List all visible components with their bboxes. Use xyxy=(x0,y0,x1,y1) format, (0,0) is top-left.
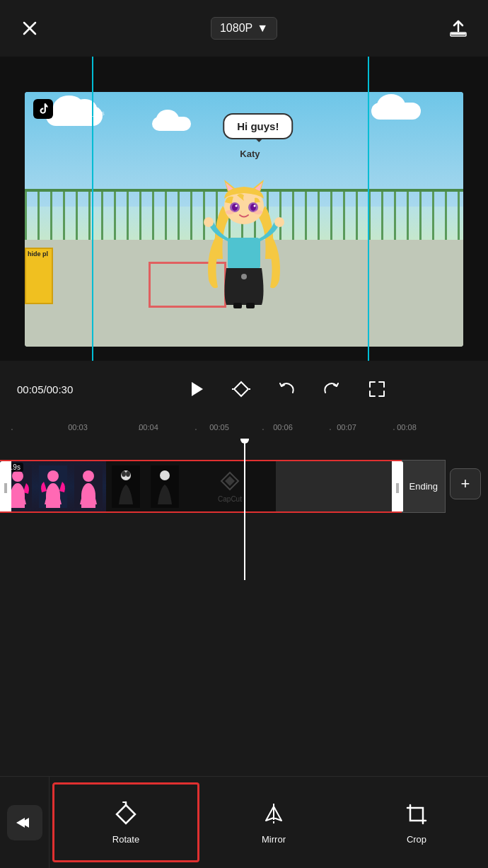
svg-point-35 xyxy=(160,470,170,480)
svg-point-9 xyxy=(232,204,238,211)
character-name: Katy xyxy=(240,149,260,159)
svg-marker-42 xyxy=(274,806,281,821)
play-button[interactable] xyxy=(183,376,209,402)
fullscreen-button[interactable] xyxy=(364,376,390,402)
toolbar-rotate[interactable]: Rotate xyxy=(52,782,199,862)
ending-label: Ending xyxy=(402,460,446,513)
crop-line-right xyxy=(368,57,369,361)
thumb-capcut: CapCut xyxy=(184,461,276,511)
video-frame: TikTok @stephanie_des Hi guys! Katy xyxy=(25,92,463,347)
crop-label: Crop xyxy=(407,834,426,845)
track-container: 3.9s xyxy=(0,460,446,513)
playhead[interactable] xyxy=(244,439,245,580)
svg-point-17 xyxy=(241,274,247,279)
cloud-2 xyxy=(371,103,421,120)
svg-point-14 xyxy=(254,210,262,214)
resolution-label: 1080P xyxy=(220,22,252,35)
tiktok-text: TikTok @stephanie_des xyxy=(57,101,105,117)
svg-point-29 xyxy=(83,470,94,482)
tiktok-watermark: TikTok @stephanie_des xyxy=(33,99,105,119)
character-sprite xyxy=(198,167,290,311)
playhead-handle[interactable] xyxy=(240,439,249,444)
bottom-toolbar: Rotate Mirror xyxy=(0,776,488,868)
svg-rect-43 xyxy=(410,808,423,821)
rotate-icon xyxy=(112,800,140,828)
video-preview: TikTok @stephanie_des Hi guys! Katy xyxy=(0,57,488,361)
back-button[interactable] xyxy=(0,777,50,869)
speech-bubble: Hi guys! xyxy=(223,113,293,139)
svg-point-13 xyxy=(226,210,234,214)
svg-point-27 xyxy=(47,470,59,482)
thumb-frame-2 xyxy=(35,461,71,511)
redo-button[interactable] xyxy=(319,376,344,402)
svg-marker-19 xyxy=(234,382,248,396)
keyframe-button[interactable] xyxy=(228,376,254,402)
tiktok-icon xyxy=(33,99,53,119)
drag-handle-left[interactable] xyxy=(0,461,11,511)
resolution-selector[interactable]: 1080P ▼ xyxy=(211,17,277,40)
left-side-element: hide pl xyxy=(25,248,53,304)
thumb-frame-5 xyxy=(145,461,184,511)
thumb-frame-3 xyxy=(71,461,106,511)
svg-rect-15 xyxy=(233,303,242,308)
header: 1080P ▼ xyxy=(0,0,488,57)
mirror-icon xyxy=(260,800,288,828)
svg-point-32 xyxy=(122,471,126,477)
undo-button[interactable] xyxy=(274,376,299,402)
track-strip[interactable]: CapCut xyxy=(0,461,403,511)
svg-point-33 xyxy=(126,471,130,477)
svg-rect-3 xyxy=(228,238,260,270)
svg-marker-41 xyxy=(266,806,274,821)
svg-point-11 xyxy=(236,205,238,207)
add-clip-button[interactable]: + xyxy=(450,468,481,499)
controls-buttons xyxy=(102,376,471,402)
cloud-3 xyxy=(152,117,191,131)
timeline-area: 3.9s xyxy=(0,439,488,580)
thumb-frame-4 xyxy=(106,461,145,511)
toolbar-items: Rotate Mirror xyxy=(50,777,488,868)
track-border-bottom xyxy=(0,511,446,513)
close-button[interactable] xyxy=(17,16,42,41)
rotate-label: Rotate xyxy=(112,834,139,845)
time-display: 00:05/00:30 xyxy=(17,383,102,395)
svg-point-12 xyxy=(254,205,256,207)
svg-marker-18 xyxy=(192,382,203,396)
toolbar-crop[interactable]: Crop xyxy=(345,777,488,868)
playback-controls: 00:05/00:30 xyxy=(0,361,488,417)
crop-icon xyxy=(402,800,431,828)
svg-point-5 xyxy=(274,217,284,227)
svg-point-4 xyxy=(204,217,214,227)
svg-point-10 xyxy=(250,204,256,211)
export-button[interactable] xyxy=(446,16,471,41)
svg-rect-16 xyxy=(246,303,255,308)
mirror-label: Mirror xyxy=(262,834,286,845)
drag-handle-right[interactable] xyxy=(392,461,403,511)
capcut-logo: CapCut xyxy=(218,470,242,503)
svg-marker-38 xyxy=(117,805,135,823)
back-button-inner xyxy=(7,805,42,840)
resolution-arrow: ▼ xyxy=(257,22,268,35)
toolbar-mirror[interactable]: Mirror xyxy=(202,777,345,868)
timeline-ruler: · 00:03 · 00:04 · 00:05 · 00:06 · 00:07 … xyxy=(0,417,488,439)
